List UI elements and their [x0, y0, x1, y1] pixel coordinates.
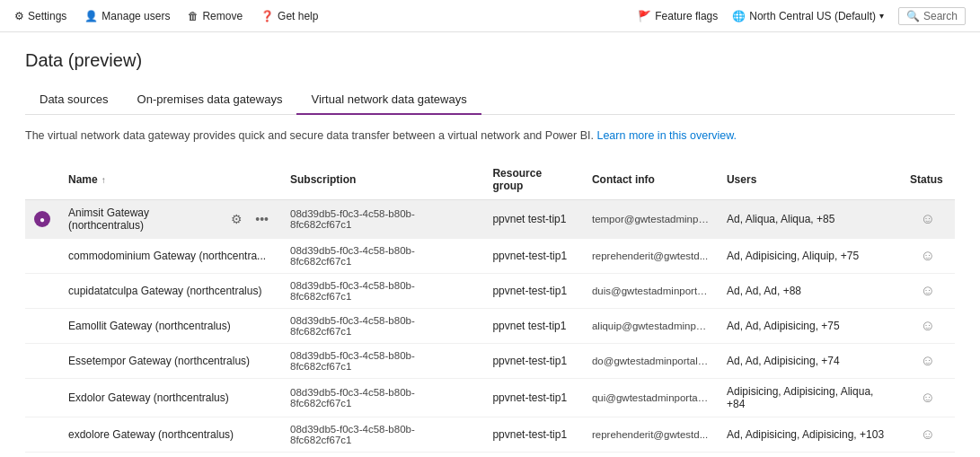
tab-data-sources[interactable]: Data sources: [25, 85, 123, 115]
row-icon-col: [25, 274, 59, 309]
row-users: Ad, Aliqua, Aliqua, +85: [718, 200, 901, 239]
feature-flags-label: Feature flags: [655, 10, 718, 22]
tab-bar: Data sources On-premises data gateways V…: [25, 85, 955, 115]
row-users: Adipisicing, Adipisicing, Aliqua, +84: [718, 379, 901, 417]
row-icon-col: [25, 239, 59, 274]
col-header-resource-group[interactable]: Resource group: [483, 160, 583, 200]
remove-icon: 🗑: [188, 10, 199, 22]
col-header-status[interactable]: Status: [901, 160, 955, 200]
row-name-cell[interactable]: exdolore Gateway (northcentralus): [59, 417, 281, 453]
row-icon-col: ●: [25, 200, 59, 239]
row-users: Ad, Ad, Adipisicing, +75: [718, 309, 901, 344]
row-users: Ad, Ad, Ad, +88: [718, 274, 901, 309]
remove-button[interactable]: 🗑 Remove: [188, 10, 243, 22]
get-help-label: Get help: [278, 10, 318, 22]
row-selected-icon: ●: [34, 211, 50, 227]
row-users: Ad, Adipisicing, Adipisicing, +103: [718, 417, 901, 453]
row-contact-info: reprehenderit@gwtestd...: [583, 417, 718, 453]
row-status: ☺: [901, 379, 955, 417]
row-name-cell[interactable]: Exdolor Gateway (northcentralus): [59, 379, 281, 417]
table-row[interactable]: Eamollit Gateway (northcentralus)08d39db…: [25, 309, 955, 344]
row-icon-col: [25, 344, 59, 379]
region-label: North Central US (Default): [749, 10, 876, 22]
row-contact-info: tempor@gwtestadminport...: [583, 200, 718, 239]
row-subscription: 08d39db5-f0c3-4c58-b80b-8fc682cf67c1: [281, 309, 483, 344]
status-icon: ☺: [921, 426, 935, 442]
col-header-subscription[interactable]: Subscription: [281, 160, 483, 200]
col-header-selector: [25, 160, 59, 200]
gateway-name: Animsit Gateway (northcentralus): [68, 207, 222, 232]
row-subscription: 08d39db5-f0c3-4c58-b80b-8fc682cf67c1: [281, 379, 483, 417]
gateway-name: cupidatatculpa Gateway (northcentralus): [68, 285, 261, 297]
row-contact-info: aliquip@gwtestadminport...: [583, 453, 718, 458]
region-selector[interactable]: 🌐 North Central US (Default) ▾: [732, 10, 884, 22]
row-icon-col: [25, 417, 59, 453]
row-contact-info: do@gwtestadminportal c...: [583, 344, 718, 379]
col-header-contact-info[interactable]: Contact info: [583, 160, 718, 200]
sort-arrow-icon: ↑: [102, 175, 106, 185]
row-contact-info: qui@gwtestadminportal.c...: [583, 379, 718, 417]
status-icon: ☺: [921, 283, 935, 298]
table-row[interactable]: cupidatatculpa Gateway (northcentralus)0…: [25, 274, 955, 309]
row-name-cell[interactable]: Eamollit Gateway (northcentralus): [59, 309, 281, 344]
row-subscription: 08d39db5-f0c3-4c58-b80b-8fc682cf67c1: [281, 344, 483, 379]
row-name-cell[interactable]: Animsit Gateway (northcentralus)⚙•••: [59, 200, 281, 239]
table-row[interactable]: exdolore Gateway (northcentralus)08d39db…: [25, 417, 955, 453]
page-content: Data (preview) Data sources On-premises …: [0, 32, 980, 457]
row-resource-group: ppvnet-test-tip1: [483, 379, 583, 417]
search-box[interactable]: 🔍 Search: [898, 7, 966, 25]
region-icon: 🌐: [732, 10, 746, 22]
gear-button[interactable]: ⚙: [227, 210, 246, 228]
tab-on-premises[interactable]: On-premises data gateways: [123, 85, 297, 115]
table-header-row: Name ↑ Subscription Resource group Conta…: [25, 160, 955, 200]
table-row[interactable]: ●Animsit Gateway (northcentralus)⚙•••08d…: [25, 200, 955, 239]
topbar: ⚙ Settings 👤 Manage users 🗑 Remove ❓ Get…: [0, 0, 980, 32]
row-status: ☺: [901, 239, 955, 274]
row-name-cell[interactable]: Essetempor Gateway (northcentralus): [59, 344, 281, 379]
topbar-left: ⚙ Settings 👤 Manage users 🗑 Remove ❓ Get…: [14, 10, 318, 22]
col-header-users[interactable]: Users: [718, 160, 901, 200]
manage-users-label: Manage users: [102, 10, 170, 22]
page-title: Data (preview): [25, 50, 955, 71]
status-icon: ☺: [921, 353, 935, 368]
row-resource-group: ppvnet-test-tip1: [483, 344, 583, 379]
row-status: ☺: [901, 453, 955, 458]
col-header-name[interactable]: Name ↑: [59, 160, 281, 200]
flag-icon: 🚩: [638, 10, 651, 22]
row-subscription: 08d39db5-f0c3-4c58-b80b-8fc682cf67c1: [281, 453, 483, 458]
table-row[interactable]: Exdolor Gateway (northcentralus)08d39db5…: [25, 379, 955, 417]
row-name-cell[interactable]: cupidatatculpa Gateway (northcentralus): [59, 274, 281, 309]
more-button[interactable]: •••: [252, 210, 272, 228]
description-text: The virtual network data gateway provide…: [25, 129, 594, 142]
get-help-button[interactable]: ❓ Get help: [260, 10, 318, 22]
row-resource-group: ppvnet test-tip1: [483, 200, 583, 239]
help-icon: ❓: [260, 10, 274, 22]
row-status: ☺: [901, 309, 955, 344]
status-icon: ☺: [921, 390, 935, 405]
tab-virtual-network[interactable]: Virtual network data gateways: [296, 85, 481, 115]
learn-more-link[interactable]: Learn more in this overview.: [596, 129, 737, 142]
row-users: Adipisicing, Aliqua, Aliquip, +71: [718, 453, 901, 458]
row-resource-group: ppvnet-test-tip1: [483, 274, 583, 309]
row-contact-info: aliquip@gwtestadminport...: [583, 309, 718, 344]
row-contact-info: reprehenderit@gwtestd...: [583, 239, 718, 274]
feature-flags-button[interactable]: 🚩 Feature flags: [638, 10, 718, 22]
table-row[interactable]: Incididuntadipisicing Gateway (northc...…: [25, 453, 955, 458]
settings-icon: ⚙: [14, 10, 24, 22]
status-icon: ☺: [921, 248, 935, 263]
gateway-name: Eamollit Gateway (northcentralus): [68, 320, 231, 332]
row-subscription: 08d39db5-f0c3-4c58-b80b-8fc682cf67c1: [281, 417, 483, 453]
row-name-cell[interactable]: Incididuntadipisicing Gateway (northc...: [59, 453, 281, 458]
row-name-cell[interactable]: commodominium Gateway (northcentra...: [59, 239, 281, 274]
row-status: ☺: [901, 344, 955, 379]
row-contact-info: duis@gwtestadminportal...: [583, 274, 718, 309]
row-resource-group: ppvnet test-tip1: [483, 309, 583, 344]
table-row[interactable]: Essetempor Gateway (northcentralus)08d39…: [25, 344, 955, 379]
row-resource-group: ppvnet-test-tip1: [483, 239, 583, 274]
gateways-table: Name ↑ Subscription Resource group Conta…: [25, 160, 955, 457]
gateway-name: commodominium Gateway (northcentra...: [68, 250, 266, 262]
settings-button[interactable]: ⚙ Settings: [14, 10, 66, 22]
table-row[interactable]: commodominium Gateway (northcentra...08d…: [25, 239, 955, 274]
row-icon-col: [25, 453, 59, 458]
manage-users-button[interactable]: 👤 Manage users: [84, 10, 170, 22]
